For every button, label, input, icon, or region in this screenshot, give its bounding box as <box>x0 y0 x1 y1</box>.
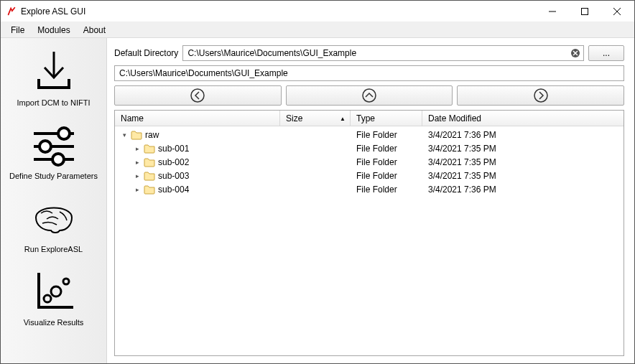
path-input[interactable]: C:\Users\Maurice\Documents\GUI_Example <box>114 65 624 81</box>
row-type: File Folder <box>351 144 422 154</box>
tree-row[interactable]: ▸sub-001File Folder3/4/2021 7:35 PM <box>115 141 624 155</box>
nav-up-button[interactable] <box>286 85 453 106</box>
download-icon <box>4 45 103 97</box>
tree-row[interactable]: ▸sub-003File Folder3/4/2021 7:35 PM <box>115 169 624 182</box>
svg-point-6 <box>58 128 70 139</box>
main-panel: Default Directory C:\Users\Maurice\Docum… <box>107 38 634 363</box>
tree-row[interactable]: ▸sub-004File Folder3/4/2021 7:36 PM <box>115 182 624 196</box>
col-header-type[interactable]: Type <box>351 111 422 126</box>
svg-point-10 <box>52 154 64 165</box>
row-type: File Folder <box>351 157 422 167</box>
tree-row[interactable]: ▾rawFile Folder3/4/2021 7:36 PM <box>115 128 624 141</box>
svg-point-19 <box>534 89 547 102</box>
app-icon <box>6 6 17 17</box>
brain-icon <box>4 192 103 243</box>
row-date: 3/4/2021 7:35 PM <box>422 171 624 181</box>
expand-icon[interactable]: ▸ <box>132 145 142 152</box>
nav-forward-button[interactable] <box>457 85 624 106</box>
expand-icon[interactable]: ▸ <box>132 159 142 166</box>
row-name: sub-003 <box>158 171 189 181</box>
col-header-size[interactable]: Size▲ <box>280 111 351 126</box>
svg-point-8 <box>40 141 51 152</box>
default-directory-value: C:\Users\Maurice\Documents\GUI_Example <box>187 48 356 58</box>
row-name: raw <box>145 130 159 140</box>
svg-point-13 <box>63 279 69 284</box>
folder-icon <box>144 144 155 154</box>
folder-icon <box>144 171 155 181</box>
row-name: sub-004 <box>158 185 189 195</box>
sidebar-item-label: Visualize Results <box>4 318 103 327</box>
close-button[interactable] <box>601 1 633 22</box>
col-header-name[interactable]: Name <box>115 111 280 126</box>
sidebar-item-label: Run ExploreASL <box>4 245 103 253</box>
folder-icon <box>131 130 142 140</box>
row-type: File Folder <box>351 185 422 195</box>
tree-row[interactable]: ▸sub-002File Folder3/4/2021 7:35 PM <box>115 155 624 169</box>
sidebar-item-visualize[interactable]: Visualize Results <box>4 262 103 331</box>
col-header-date[interactable]: Date Modified <box>422 111 624 126</box>
chevron-up-circle-icon <box>361 88 377 103</box>
default-directory-label: Default Directory <box>114 48 178 58</box>
maximize-button[interactable] <box>568 1 601 22</box>
default-directory-input[interactable]: C:\Users\Maurice\Documents\GUI_Example <box>182 45 584 61</box>
chevron-right-circle-icon <box>533 88 549 103</box>
row-name: sub-002 <box>158 157 189 167</box>
chevron-left-circle-icon <box>190 88 205 103</box>
sliders-icon <box>4 118 103 170</box>
ellipsis-label: ... <box>603 48 610 58</box>
browse-button[interactable]: ... <box>588 45 624 61</box>
folder-icon <box>144 185 155 195</box>
sidebar-item-label: Import DCM to NIFTI <box>4 98 103 107</box>
svg-point-12 <box>51 286 61 297</box>
minimize-button[interactable] <box>536 1 568 22</box>
row-type: File Folder <box>351 130 422 140</box>
folder-icon <box>144 157 155 167</box>
explorer-body: ▾rawFile Folder3/4/2021 7:36 PM▸sub-001F… <box>115 126 624 355</box>
sidebar-item-params[interactable]: Define Study Parameters <box>4 116 103 185</box>
row-date: 3/4/2021 7:35 PM <box>422 157 624 167</box>
row-date: 3/4/2021 7:36 PM <box>422 130 624 140</box>
sidebar-item-label: Define Study Parameters <box>4 172 103 180</box>
window-title: Explore ASL GUI <box>21 6 536 17</box>
expand-icon[interactable]: ▸ <box>132 172 142 179</box>
menu-file[interactable]: File <box>5 24 30 37</box>
sidebar: Import DCM to NIFTI Define Study Paramet… <box>1 38 107 363</box>
row-type: File Folder <box>351 171 422 181</box>
row-date: 3/4/2021 7:35 PM <box>422 144 624 154</box>
explorer-header: Name Size▲ Type Date Modified <box>115 111 624 126</box>
path-value: C:\Users\Maurice\Documents\GUI_Example <box>119 68 288 78</box>
nav-back-button[interactable] <box>114 85 282 106</box>
titlebar: Explore ASL GUI <box>1 1 634 22</box>
svg-point-17 <box>191 89 204 102</box>
clear-icon[interactable] <box>570 48 580 58</box>
row-name: sub-001 <box>158 144 189 154</box>
expand-icon[interactable]: ▾ <box>119 131 129 139</box>
menu-about[interactable]: About <box>78 24 111 37</box>
svg-point-18 <box>363 89 376 102</box>
menu-modules[interactable]: Modules <box>32 24 75 37</box>
row-date: 3/4/2021 7:36 PM <box>422 185 624 195</box>
sidebar-item-run[interactable]: Run ExploreASL <box>4 189 103 258</box>
sort-asc-icon: ▲ <box>340 115 346 121</box>
sidebar-item-import[interactable]: Import DCM to NIFTI <box>4 42 103 111</box>
scatter-icon <box>4 265 103 317</box>
expand-icon[interactable]: ▸ <box>132 186 142 193</box>
svg-rect-1 <box>581 8 588 14</box>
svg-point-11 <box>44 295 51 302</box>
file-explorer: Name Size▲ Type Date Modified ▾rawFile F… <box>114 110 624 356</box>
menubar: File Modules About <box>1 22 634 38</box>
